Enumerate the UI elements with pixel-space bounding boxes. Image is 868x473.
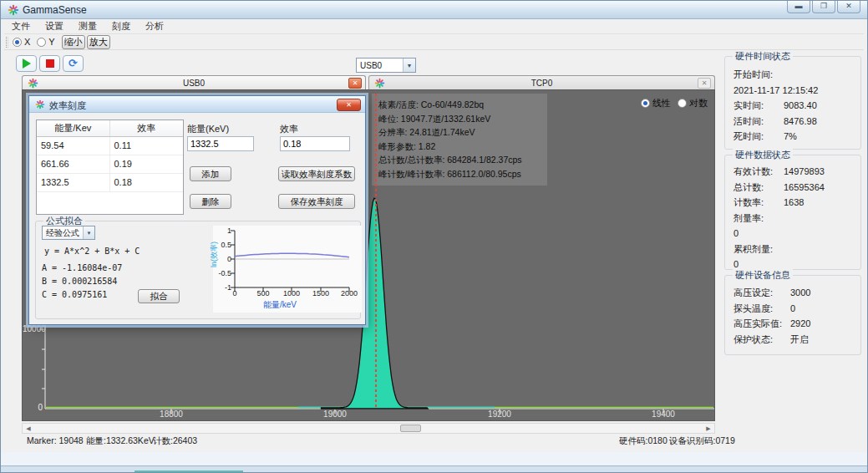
y-tick-10000: 10000	[23, 324, 43, 333]
marker-status: Marker: 19048	[27, 435, 84, 445]
cell-energy: 59.54	[37, 137, 110, 155]
formula-select[interactable]: 经验公式 ▼	[42, 226, 95, 240]
hardware-code: 硬件码:0180	[619, 435, 667, 447]
tab-usb0-label: USB0	[23, 79, 365, 88]
status-row: 实时间:9083.40	[733, 98, 852, 114]
fit-y-axis-label: ln(效率)	[209, 242, 220, 267]
window-bottom-border	[1, 466, 867, 472]
tab-usb0-close-icon[interactable]: ✕	[348, 78, 362, 89]
dialog-close-button[interactable]: ✕	[337, 99, 361, 111]
group-title: 硬件时间状态	[733, 50, 793, 63]
axis-x-radio[interactable]	[13, 38, 22, 47]
info-nuclide-activity: 核素/活度: Co-60/449.82bq	[378, 98, 541, 112]
menu-measure[interactable]: 测量	[71, 19, 104, 33]
info-resolution: 分辨率: 24.81道/1.74keV	[378, 125, 541, 140]
menu-analysis[interactable]: 分析	[138, 19, 171, 33]
title-bar[interactable]: GammaSense ▬ ❐ ✕	[1, 1, 867, 19]
status-row: 剂量率:	[733, 211, 852, 226]
status-row: 开始时间:	[733, 67, 852, 83]
delete-button[interactable]: 删除	[190, 194, 231, 209]
chevron-down-icon: ▼	[403, 58, 415, 72]
peak-info-overlay: 核素/活度: Co-60/449.82bq 峰位: 19047.7道/1332.…	[372, 94, 547, 186]
hardware-data-status-group: 硬件数据状态 有效计数:14979893 总计数:16595364 计数率:16…	[724, 155, 861, 270]
status-bar: Marker: 19048 能量:1332.63KeV 计数:26403 硬件码…	[1, 433, 867, 448]
device-id: 设备识别码:0719	[669, 435, 735, 447]
cell-energy: 661.66	[37, 155, 110, 173]
axis-y-radio[interactable]	[37, 38, 46, 47]
toolbar-grip[interactable]	[6, 37, 8, 48]
status-row: 累积剂量:	[733, 242, 852, 257]
efficiency-fit-chart: 1 0.5 0 -0.5 -1 0 500 1000 1500 2000 ln(…	[213, 226, 362, 313]
zoom-in-button[interactable]: 放大	[87, 35, 110, 49]
efficiency-calibration-dialog: 效率刻度 ✕ 能量/Kev 效率 59.54 0.11 661.66 0.19 …	[28, 95, 366, 325]
start-button[interactable]	[16, 55, 37, 72]
info-total-counts: 总计数/总计数率: 684284.1/82.37cps	[378, 153, 541, 167]
close-button[interactable]: ✕	[837, 1, 860, 13]
dialog-icon	[35, 99, 45, 109]
coefficient-b: B = 0.000216584	[42, 277, 117, 286]
maximize-button[interactable]: ❐	[812, 1, 835, 13]
zoom-out-button[interactable]: 缩小	[62, 35, 85, 49]
status-row: 0	[733, 226, 852, 242]
fit-x-axis-label: 能量/keV	[263, 299, 297, 311]
window-bottom-frame	[1, 452, 867, 465]
table-row[interactable]: 1332.5 0.18	[37, 174, 183, 192]
cell-efficiency: 0.19	[110, 155, 184, 173]
play-icon	[23, 58, 31, 69]
scrollbar-thumb[interactable]	[400, 425, 421, 432]
scroll-left-icon[interactable]: ◀	[23, 424, 34, 433]
energy-input[interactable]	[187, 136, 254, 151]
tab-tcp0-close-icon[interactable]: ✕	[698, 78, 711, 89]
stop-icon	[46, 59, 54, 68]
axis-x-label: X	[24, 37, 30, 47]
add-button[interactable]: 添加	[190, 166, 231, 181]
read-coefficients-button[interactable]: 读取效率刻度系数	[278, 166, 355, 181]
x-tick-19200: 19200	[483, 409, 516, 419]
calibration-table[interactable]: 能量/Kev 效率 59.54 0.11 661.66 0.19 1332.5 …	[36, 120, 184, 215]
axis-y-label: Y	[48, 37, 54, 47]
tab-tcp0[interactable]: TCP0 ✕	[368, 75, 715, 90]
menu-settings[interactable]: 设置	[38, 19, 71, 33]
counts-status: 计数:26403	[153, 435, 197, 447]
info-peak-position: 峰位: 19047.7道/1332.61keV	[378, 112, 541, 126]
device-select[interactable]: USB0 ▼	[356, 58, 416, 73]
energy-status: 能量:1332.63KeV	[86, 435, 155, 447]
dialog-title-bar[interactable]: 效率刻度 ✕	[29, 96, 365, 113]
minimize-button[interactable]: ▬	[787, 1, 810, 13]
table-row[interactable]: 59.54 0.11	[37, 137, 183, 155]
y-tick-0: 0	[23, 403, 43, 412]
col-efficiency-header: 效率	[110, 120, 184, 136]
status-row: 有效计数:14979893	[733, 164, 852, 180]
info-shape-parameter: 峰形参数: 1.82	[378, 140, 541, 154]
table-header: 能量/Kev 效率	[37, 120, 183, 137]
energy-field-label: 能量(KeV)	[187, 123, 229, 135]
log-scale-radio[interactable]	[678, 99, 687, 108]
hardware-device-info-group: 硬件设备信息 高压设定:3000 探头温度:0 高压实际值:2920 保护状态:…	[724, 275, 861, 355]
menu-calibration[interactable]: 刻度	[104, 19, 138, 33]
menu-file[interactable]: 文件	[4, 19, 38, 33]
efficiency-input[interactable]	[280, 136, 350, 151]
tab-usb0[interactable]: USB0 ✕	[22, 75, 366, 90]
save-calibration-button[interactable]: 保存效率刻度	[278, 194, 355, 209]
dialog-title: 效率刻度	[49, 99, 86, 112]
fit-x-tick: 0	[222, 289, 247, 298]
col-energy-header: 能量/Kev	[37, 120, 110, 136]
fit-x-tick: 1500	[308, 289, 333, 298]
linear-scale-radio[interactable]	[641, 99, 650, 108]
marker-line[interactable]	[375, 94, 377, 409]
scroll-right-icon[interactable]: ▶	[703, 424, 714, 433]
stop-button[interactable]	[39, 55, 60, 72]
fit-x-tick: 500	[251, 289, 276, 298]
cell-efficiency: 0.18	[110, 174, 184, 191]
status-row: 2021-11-17 12:15:42	[733, 83, 852, 99]
scrollbar-track[interactable]	[34, 424, 703, 433]
table-row[interactable]: 661.66 0.19	[37, 155, 183, 174]
fit-x-tick: 1000	[279, 289, 304, 298]
refresh-button[interactable]: ⟳	[63, 55, 84, 72]
status-row: 总计数:16595364	[733, 180, 852, 196]
fit-button[interactable]: 拟合	[138, 289, 180, 303]
x-tick-19000: 19000	[318, 409, 352, 419]
window-title: GammaSense	[23, 4, 87, 16]
menu-bar: 文件 设置 测量 刻度 分析	[4, 19, 864, 33]
x-tick-19400: 19400	[647, 409, 680, 419]
